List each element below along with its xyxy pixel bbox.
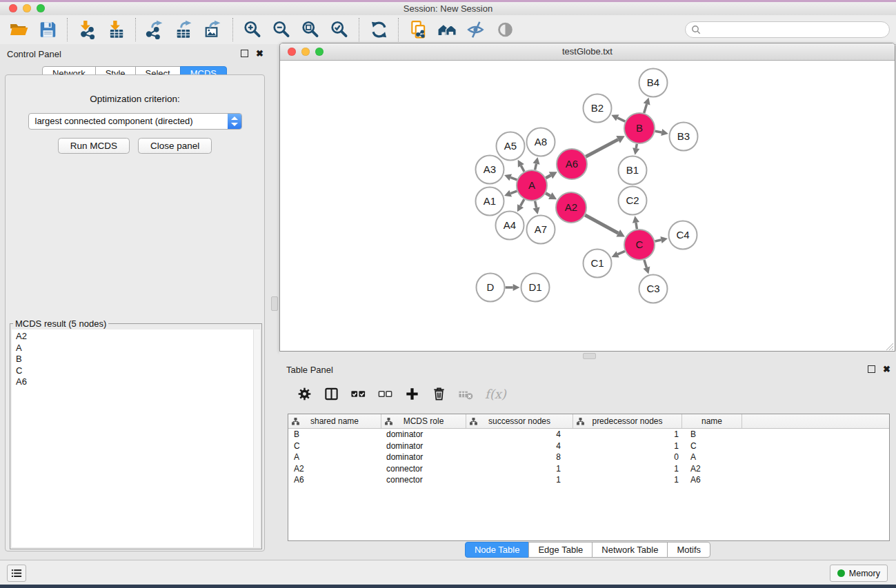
run-mcds-button[interactable]: Run MCDS xyxy=(58,138,130,154)
graph-edge-B-B2[interactable] xyxy=(617,118,625,121)
graph-edge-C-C4[interactable] xyxy=(655,240,661,241)
close-panel-icon[interactable]: ✖ xyxy=(883,365,890,374)
graph-edge-A2-C[interactable] xyxy=(585,215,618,233)
table-cell[interactable]: 1 xyxy=(466,475,573,485)
table-cell[interactable]: 1 xyxy=(573,464,682,474)
graph-edge-A6-B[interactable] xyxy=(586,139,618,156)
zoom-fit-button[interactable] xyxy=(297,17,323,42)
mcds-result-list[interactable]: A2ABCA6 xyxy=(12,330,253,547)
float-panel-icon[interactable] xyxy=(868,365,875,373)
graph-edge-C-C3[interactable] xyxy=(644,260,647,267)
save-session-button[interactable] xyxy=(34,17,61,42)
table-cell[interactable]: A2 xyxy=(288,464,381,474)
duplicate-network-button[interactable] xyxy=(405,17,431,42)
unselect-all-columns-button[interactable] xyxy=(377,386,393,402)
table-cell[interactable]: 1 xyxy=(573,475,682,485)
vertical-splitter[interactable] xyxy=(269,44,279,560)
table-cell[interactable]: A xyxy=(682,452,742,462)
table-cell[interactable]: connector xyxy=(381,464,466,474)
table-cell[interactable]: A xyxy=(288,452,381,462)
splitter-collapse-handle[interactable] xyxy=(271,296,278,311)
close-panel-icon[interactable]: ✖ xyxy=(256,49,263,58)
table-cell[interactable]: C xyxy=(288,441,381,451)
table-cell[interactable]: dominator xyxy=(381,452,466,462)
export-network-button[interactable] xyxy=(142,17,168,42)
search-input[interactable] xyxy=(701,23,889,37)
scrollbar-track[interactable] xyxy=(253,330,260,547)
table-row[interactable]: Cdominator41C xyxy=(288,440,889,452)
table-cell[interactable]: 1 xyxy=(573,441,682,451)
table-cell[interactable]: dominator xyxy=(381,441,466,451)
function-builder-button[interactable]: f(x) xyxy=(485,387,506,401)
graph-edge-A-A1[interactable] xyxy=(510,191,517,194)
table-settings-button[interactable] xyxy=(297,386,312,402)
tab-motifs[interactable]: Motifs xyxy=(667,542,710,558)
mcds-result-item[interactable]: C xyxy=(16,365,253,377)
table-cell[interactable]: C xyxy=(682,441,742,451)
table-cell[interactable]: 1 xyxy=(573,429,682,439)
table-cell[interactable]: connector xyxy=(381,475,466,485)
column-header-MCDS-role[interactable]: MCDS role xyxy=(381,414,466,428)
network-canvas[interactable]: B4B2BB3A5A8A6A3B1AA1C2A2A4A7C4CC1DD1C3 xyxy=(280,61,895,351)
export-table-button[interactable] xyxy=(171,17,197,42)
graph-edge-A-A7[interactable] xyxy=(535,201,537,208)
close-panel-button[interactable]: Close panel xyxy=(138,138,212,154)
zoom-out-button[interactable] xyxy=(268,17,295,42)
refresh-view-button[interactable] xyxy=(366,17,392,42)
float-panel-icon[interactable] xyxy=(241,50,248,57)
window-resize-grip[interactable] xyxy=(885,341,894,350)
mcds-result-item[interactable]: A2 xyxy=(16,331,253,343)
graph-edge-C-C1[interactable] xyxy=(618,251,626,254)
table-cell[interactable]: dominator xyxy=(381,429,466,439)
graph-edge-A-A3[interactable] xyxy=(510,177,517,180)
graph-edge-B-B1[interactable] xyxy=(636,144,637,148)
column-header-shared-name[interactable]: shared name xyxy=(288,414,381,428)
table-row[interactable]: A2connector11A2 xyxy=(288,463,889,475)
table-cell[interactable]: 0 xyxy=(573,452,682,462)
graph-edge-A-A5[interactable] xyxy=(521,165,524,171)
column-header-predecessor-nodes[interactable]: predecessor nodes xyxy=(573,414,682,428)
home-view-button[interactable] xyxy=(434,17,460,42)
network-graph[interactable]: B4B2BB3A5A8A6A3B1AA1C2A2A4A7C4CC1DD1C3 xyxy=(280,61,895,351)
optimization-criterion-select[interactable]: largest connected component (directed) xyxy=(28,113,242,130)
table-cell[interactable]: 4 xyxy=(466,429,573,439)
table-cell[interactable]: A6 xyxy=(682,475,742,485)
delete-column-button[interactable] xyxy=(431,386,447,402)
mcds-result-item[interactable]: A6 xyxy=(16,376,253,388)
tab-edge-table[interactable]: Edge Table xyxy=(528,542,593,558)
graph-edge-A-A4[interactable] xyxy=(521,199,524,206)
graph-edge-A-A2[interactable] xyxy=(546,193,550,196)
tab-node-table[interactable]: Node Table xyxy=(465,542,530,558)
delete-table-button[interactable] xyxy=(458,386,474,402)
table-cell[interactable]: 8 xyxy=(466,452,573,462)
show-panels-menu-button[interactable] xyxy=(7,565,26,582)
table-cell[interactable]: A2 xyxy=(682,464,742,474)
table-cell[interactable]: B xyxy=(682,429,742,439)
table-cell[interactable]: B xyxy=(288,429,381,439)
select-all-columns-button[interactable] xyxy=(350,386,366,402)
table-row[interactable]: Adominator80A xyxy=(288,452,889,463)
memory-button[interactable]: Memory xyxy=(830,565,888,582)
mcds-result-item[interactable]: B xyxy=(16,354,253,365)
splitter-collapse-handle[interactable] xyxy=(583,353,596,359)
hide-panel-button[interactable] xyxy=(463,17,489,42)
column-header-successor-nodes[interactable]: successor nodes xyxy=(466,414,573,428)
show-panel-button[interactable] xyxy=(492,17,518,42)
graph-edge-B-B3[interactable] xyxy=(655,131,662,132)
search-box[interactable] xyxy=(685,21,890,38)
table-cell[interactable]: 4 xyxy=(466,441,573,451)
table-row[interactable]: Bdominator41B xyxy=(288,429,889,440)
graph-edge-C-C2[interactable] xyxy=(636,223,637,229)
graph-edge-B-B4[interactable] xyxy=(644,104,647,113)
graph-edge-A-A8[interactable] xyxy=(535,164,537,170)
open-folder-button[interactable] xyxy=(6,17,32,42)
graph-edge-A-A6[interactable] xyxy=(546,175,550,178)
table-cell[interactable]: A6 xyxy=(288,475,381,485)
zoom-in-button[interactable] xyxy=(239,17,266,42)
horizontal-splitter[interactable] xyxy=(279,352,896,360)
tab-network-table[interactable]: Network Table xyxy=(592,542,668,558)
import-table-button[interactable] xyxy=(103,17,129,42)
import-network-button[interactable] xyxy=(74,17,100,42)
table-row[interactable]: A6connector11A6 xyxy=(288,474,889,486)
export-image-button[interactable] xyxy=(200,17,226,42)
